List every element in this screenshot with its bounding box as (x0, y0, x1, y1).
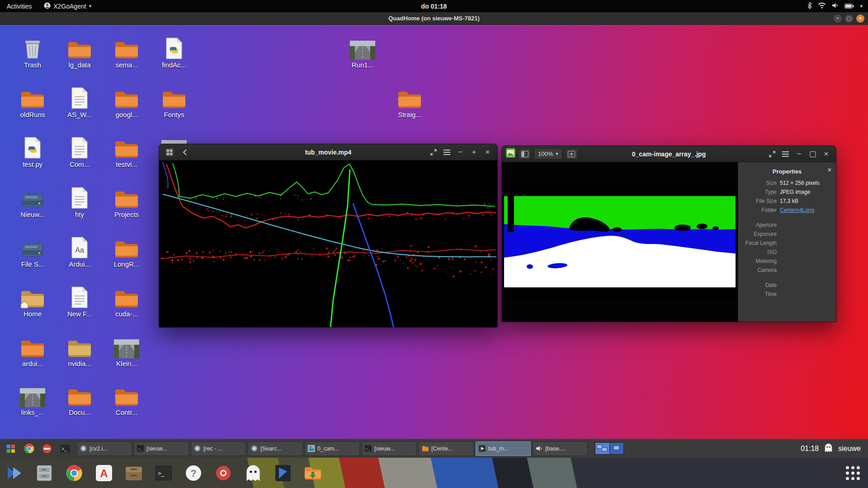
workspace-grid-icon[interactable] (3, 441, 19, 456)
taskbar-button-tub-m[interactable]: tub_m... (476, 441, 531, 456)
session-title: QuadHome (on sieuwe-MS-7821) (388, 15, 480, 22)
dock-terminal-icon[interactable]: >_ (154, 463, 174, 483)
segmented-image (504, 184, 736, 300)
desktop-icon-fontys[interactable]: Fontys (151, 84, 197, 118)
desktop-icon-lg-data[interactable]: lg_data (57, 34, 102, 69)
dock-downloads-icon[interactable] (303, 463, 323, 483)
desktop-icon-klein[interactable]: Klein... (104, 333, 149, 367)
session-maximize-button[interactable]: ▢ (845, 14, 853, 23)
hamburger-menu-button[interactable] (779, 148, 792, 160)
dock-drawers-icon[interactable] (124, 463, 144, 483)
desktop-icon-docu[interactable]: Docu... (57, 382, 102, 416)
properties-rows: Size512 × 256 pixelsTypeJPEG imageFile S… (742, 178, 832, 299)
taskbar-button-0-cam[interactable]: 0_cam... (305, 441, 360, 456)
desktop-icon-label: Projects (104, 211, 149, 218)
workspace-1[interactable] (595, 443, 609, 454)
folder-link[interactable]: Centern4Long (780, 206, 832, 215)
desktop-icon-label: Trash (10, 61, 55, 69)
desktop-icon-home[interactable]: Home (10, 283, 55, 318)
taskbar-button-cente[interactable]: [Cente... (419, 441, 474, 456)
image-display-pane[interactable] (502, 162, 738, 322)
zoom-select[interactable]: 100% ▾ (534, 148, 562, 160)
desktop-icon-projects[interactable]: Projects (104, 184, 149, 218)
desktop-icon-sema[interactable]: sema... (104, 34, 149, 69)
taskbar-button-sieuw[interactable]: >_[sieuw... (134, 441, 189, 456)
system-status-area[interactable]: ▾ (807, 0, 868, 12)
minimize-button[interactable]: − (454, 146, 467, 158)
dock-blue-app-icon[interactable] (273, 463, 293, 483)
viewer-headerbar[interactable]: 100% ▾ 0_cam-image_array_.jpg − ▢ × (502, 146, 836, 162)
fullscreen-button[interactable] (427, 146, 439, 158)
desktop-icon-longr[interactable]: LongR... (104, 234, 149, 268)
back-button[interactable] (179, 146, 191, 158)
no-entry-icon[interactable] (39, 441, 55, 456)
dock-record-icon[interactable] (213, 463, 233, 483)
doc-icon: Aa (57, 234, 102, 259)
desktop-icon-cuda[interactable]: cuda-... (104, 283, 149, 318)
video-canvas[interactable] (159, 160, 497, 328)
desktop-icon-googl[interactable]: googl... (104, 84, 149, 118)
best-fit-button[interactable] (566, 148, 578, 160)
dock-filing-cabinet-icon[interactable] (34, 463, 54, 483)
dock-help-icon[interactable]: ? (184, 463, 203, 483)
desktop-icon-findac[interactable]: findAc... (151, 34, 197, 69)
desktop-icon-ardui[interactable]: AaArdui... (57, 234, 102, 268)
taskbar-button-rec[interactable]: [rec - ... (191, 441, 246, 456)
fullscreen-button[interactable] (766, 148, 778, 160)
app-grid-icon[interactable] (163, 146, 175, 158)
activities-button[interactable]: Activities (0, 0, 38, 12)
desktop-icon-ardui[interactable]: ardui... (10, 333, 55, 367)
property-value: 17,3 kB (780, 197, 832, 206)
hamburger-menu-button[interactable] (441, 146, 453, 158)
desktop-icon-links[interactable]: links_... (10, 382, 55, 416)
close-button[interactable]: × (481, 146, 494, 158)
desktop-icon-test-py[interactable]: test.py (10, 134, 55, 168)
app-menu-button[interactable]: X2GoAgent ▾ (38, 0, 97, 12)
property-value (780, 290, 832, 299)
app-grid-icon[interactable] (846, 466, 860, 480)
close-button[interactable]: × (820, 148, 832, 160)
desktop-icon-straig[interactable]: Straig... (387, 84, 432, 118)
minimize-button[interactable]: − (793, 148, 805, 160)
maximize-button[interactable]: ▢ (807, 148, 819, 160)
properties-close-button[interactable]: × (828, 166, 831, 174)
desktop-icon-nieuw[interactable]: Nieuw... (10, 184, 55, 218)
desktop-icon-nvidia[interactable]: nvidia... (57, 333, 102, 367)
taskbar-button-sieuw[interactable]: >_[sieuw... (362, 441, 417, 456)
player-headerbar[interactable]: tub_movie.mp4 − + × (159, 144, 497, 160)
desktop-icon-hty[interactable]: hty (57, 184, 102, 218)
top-bar-clock[interactable]: do 01:18 (421, 3, 447, 10)
maximize-button[interactable]: + (468, 146, 480, 158)
session-close-button[interactable]: × (856, 14, 864, 23)
desktop-icon-contr[interactable]: Contr... (104, 382, 149, 416)
player-window-title: tub_movie.mp4 (305, 149, 352, 156)
folder-icon (10, 84, 55, 109)
svg-text:A: A (100, 467, 108, 479)
taskbar-button-base[interactable]: [base.... (533, 441, 588, 456)
property-label: ISO (742, 248, 780, 257)
desktop-icon-label: cuda-... (104, 310, 149, 318)
workspace-pager[interactable] (595, 442, 624, 455)
dock-x2go-icon[interactable] (5, 463, 24, 483)
desktop-icon-as-w[interactable]: AS_W... (57, 84, 102, 118)
desktop-icon-file-s[interactable]: File S... (10, 234, 55, 268)
dock-remote-app-icon[interactable]: A (94, 463, 114, 483)
session-minimize-button[interactable]: − (834, 14, 842, 23)
desktop-icon-trash[interactable]: Trash (10, 34, 55, 69)
desktop-icon-oldruns[interactable]: oldRuns (10, 84, 55, 118)
desktop-icon-new-f[interactable]: New F... (57, 283, 102, 318)
sidebar-toggle-button[interactable] (519, 148, 531, 160)
terminal-launcher-icon[interactable]: >_ (57, 441, 73, 456)
taskbar-button-searc[interactable]: [Searc... (248, 441, 303, 456)
folder-icon (104, 184, 149, 209)
session-window-titlebar: QuadHome (on sieuwe-MS-7821) − ▢ × (0, 12, 868, 25)
workspace-2[interactable] (609, 443, 623, 454)
chrome-launcher-icon[interactable] (21, 441, 37, 456)
dock-ghost-icon[interactable] (243, 463, 263, 483)
desktop-icon-run1[interactable]: Run1... (340, 34, 385, 69)
dock-chrome-icon[interactable] (64, 463, 84, 483)
app-icon (194, 445, 201, 452)
taskbar-button-cv2-i[interactable]: [cv2.i... (77, 441, 132, 456)
desktop-icon-testvi[interactable]: testvi... (104, 134, 149, 168)
desktop-icon-com[interactable]: Com... (57, 134, 102, 168)
